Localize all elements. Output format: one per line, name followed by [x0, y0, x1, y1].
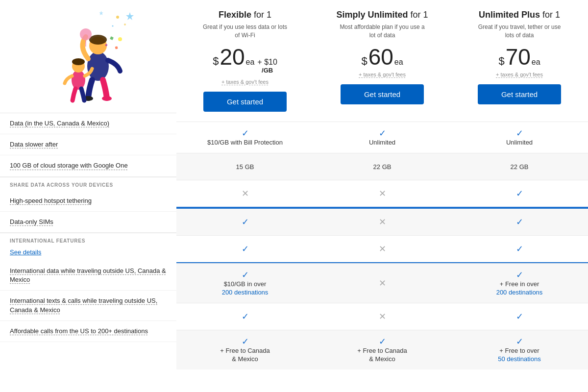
see-details-link[interactable]: See details [0, 246, 176, 261]
cell-simply-intl-texts: ✕ [314, 303, 451, 330]
x-icon: ✕ [379, 189, 386, 198]
svg-marker-3 [126, 12, 134, 20]
svg-rect-16 [115, 46, 118, 49]
data-section: Data (in the US, Canada & Mexico) Data s… [0, 113, 176, 177]
row-hotspot: ✓ ✕ ✓ [176, 208, 588, 235]
flexible-intl-data-text: $10/GB in over [224, 280, 267, 288]
cell-simply-calls: ✓ + Free to Canada & Mexico [314, 330, 451, 369]
check-icon: ✓ [379, 129, 386, 138]
row-cloud-storage: ✕ ✕ ✓ [176, 180, 588, 207]
check-icon: ✓ [516, 312, 523, 321]
sidebar: Data (in the US, Canada & Mexico) Data s… [0, 0, 176, 392]
simply-slower-text: 22 GB [373, 163, 392, 171]
plans-header: Flexible for 1 Great if you use less dat… [176, 0, 588, 122]
flexible-get-started-btn[interactable]: Get started [203, 92, 287, 112]
svg-marker-4 [99, 11, 103, 15]
plus-intl-data-highlight: 200 destinations [496, 289, 543, 296]
cell-simply-cloud: ✕ [314, 180, 451, 207]
feature-intl-texts[interactable]: International texts & calls while travel… [0, 291, 176, 320]
cell-flexible-cloud: ✕ [176, 180, 314, 207]
check-icon: ✓ [242, 312, 249, 321]
cell-plus-sims: ✓ [451, 236, 588, 262]
x-icon: ✕ [379, 279, 386, 288]
flexible-calls-text1: + Free to Canada [220, 347, 270, 354]
simply-amount: 60 [368, 46, 393, 68]
cell-plus-intl-texts: ✓ [451, 303, 588, 330]
flexible-data-text: $10/GB with Bill Protection [207, 139, 283, 146]
feature-data-sims[interactable]: Data-only SIMs [0, 212, 176, 233]
share-section-header: SHARE DATA ACROSS YOUR DEVICES [0, 177, 176, 191]
cell-flexible-intl-texts: ✓ [176, 303, 314, 330]
flexible-amount: 20 [220, 46, 245, 68]
cell-plus-hotspot: ✓ [451, 209, 588, 235]
cell-flexible-calls: ✓ + Free to Canada & Mexico [176, 330, 314, 369]
flexible-intl-data-highlight: 200 destinations [222, 289, 269, 296]
simply-dollar: $ [361, 55, 367, 68]
flexible-taxes: + taxes & gov't fees [221, 79, 269, 85]
row-affordable-calls: ✓ + Free to Canada & Mexico ✓ + Free to … [176, 330, 588, 369]
svg-rect-15 [110, 36, 114, 40]
svg-point-12 [72, 58, 85, 65]
cell-flexible-data: ✓ $10/GB with Bill Protection [176, 122, 314, 153]
x-icon: ✕ [242, 189, 249, 198]
flexible-per-gb: /GB [257, 67, 277, 74]
svg-point-18 [118, 37, 122, 41]
check-icon: ✓ [516, 245, 523, 253]
check-icon: ✓ [242, 218, 249, 226]
plan-flexible: Flexible for 1 Great if you use less dat… [176, 0, 314, 117]
share-section: SHARE DATA ACROSS YOUR DEVICES High-spee… [0, 177, 176, 233]
international-section: INTERNATIONAL FEATURES See details Inter… [0, 233, 176, 342]
plan-flexible-price: $ 20 ea + $10 /GB [213, 46, 277, 77]
svg-point-7 [89, 35, 107, 45]
plan-unlimited-plus: Unlimited Plus for 1 Great if you travel… [451, 0, 588, 117]
plan-flexible-subtitle: Great if you use less data or lots of Wi… [201, 23, 289, 40]
international-section-header: INTERNATIONAL FEATURES [0, 233, 176, 246]
cell-flexible-slower: 15 GB [176, 153, 314, 180]
feature-cloud-storage[interactable]: 100 GB of cloud storage with Google One [0, 155, 176, 176]
cell-plus-cloud: ✓ [451, 180, 588, 207]
row-data-slower: 15 GB 22 GB 22 GB [176, 153, 588, 180]
simply-ea: ea [394, 58, 403, 67]
plan-simply-unlimited-title: Simply Unlimited for 1 [336, 10, 428, 20]
svg-point-9 [102, 96, 112, 101]
row-data-sims: ✓ ✕ ✓ [176, 235, 588, 262]
cell-flexible-intl-data: ✓ $10/GB in over 200 destinations [176, 264, 314, 303]
check-icon: ✓ [379, 337, 386, 346]
feature-data-us[interactable]: Data (in the US, Canada & Mexico) [0, 113, 176, 134]
cell-simply-hotspot: ✕ [314, 209, 451, 235]
illustration-container [0, 0, 176, 113]
check-icon: ✓ [516, 270, 523, 279]
check-icon: ✓ [242, 129, 249, 138]
feature-affordable-calls[interactable]: Affordable calls from the US to 200+ des… [0, 321, 176, 342]
x-icon: ✕ [379, 218, 386, 226]
simply-calls-text1: + Free to Canada [357, 347, 407, 354]
svg-point-1 [124, 24, 126, 25]
row-intl-data: ✓ $10/GB in over 200 destinations ✕ ✓ + … [176, 263, 588, 303]
plus-taxes: + taxes & gov't fees [496, 72, 543, 77]
flexible-ea: ea [246, 58, 255, 67]
plus-get-started-btn[interactable]: Get started [478, 84, 561, 104]
cell-simply-sims: ✕ [314, 236, 451, 262]
feature-data-slower[interactable]: Data slower after [0, 134, 176, 155]
svg-point-2 [112, 25, 114, 27]
svg-point-10 [72, 70, 85, 90]
check-icon: ✓ [516, 337, 523, 346]
simply-taxes: + taxes & gov't fees [359, 72, 406, 77]
check-icon: ✓ [242, 270, 249, 279]
x-icon: ✕ [379, 312, 386, 321]
plan-unlimited-plus-title: Unlimited Plus for 1 [479, 10, 560, 20]
cell-plus-slower: 22 GB [451, 153, 588, 180]
plan-simply-unlimited: Simply Unlimited for 1 Most affordable p… [314, 0, 451, 117]
check-icon: ✓ [516, 129, 523, 138]
simply-get-started-btn[interactable]: Get started [341, 84, 424, 104]
hero-illustration [34, 7, 142, 105]
simply-calls-text2: & Mexico [369, 355, 395, 363]
cell-simply-intl-data: ✕ [314, 264, 451, 303]
section-divider-intl [176, 262, 588, 263]
plan-simply-unlimited-price: $ 60 ea [361, 46, 403, 70]
plus-slower-text: 22 GB [511, 163, 529, 171]
feature-intl-data[interactable]: International data while traveling outsi… [0, 261, 176, 291]
plans-area: Flexible for 1 Great if you use less dat… [176, 0, 588, 392]
feature-hotspot[interactable]: High-speed hotspot tethering [0, 191, 176, 212]
check-icon: ✓ [242, 245, 249, 253]
